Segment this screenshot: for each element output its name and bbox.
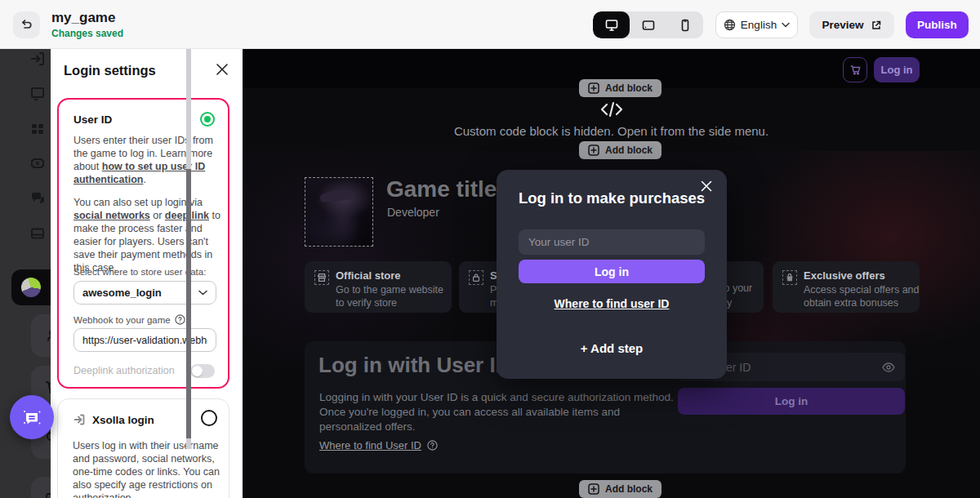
site-nav-login-button[interactable]: Log in: [874, 57, 920, 82]
mobile-icon: [678, 18, 693, 33]
store-user-data-value: awesome_login: [82, 287, 162, 299]
store-icon[interactable]: [314, 270, 329, 285]
code-icon: [599, 100, 624, 119]
sidebar-wallet-button[interactable]: [31, 477, 51, 498]
section-link-row: Where to find User ID: [319, 439, 438, 451]
site-cart-button[interactable]: [843, 57, 867, 82]
cart-icon: [44, 379, 51, 395]
project-logo-pie-icon: [21, 278, 41, 297]
site-preview-canvas: Log in Add block Custom code block is hi…: [243, 49, 980, 498]
close-icon[interactable]: [215, 62, 229, 77]
undo-button[interactable]: [13, 11, 40, 38]
tablet-icon: [641, 18, 656, 33]
feature-title: Exclusive offers: [804, 269, 885, 282]
user-id-description-1: Users enter their user IDs from the game…: [74, 134, 220, 186]
section-title: Log in with User ID: [318, 353, 510, 378]
xsolla-radio-unselected[interactable]: [201, 410, 217, 426]
social-networks-link[interactable]: social networks: [74, 210, 150, 221]
xsolla-login-title-row: Xsolla login: [73, 413, 154, 426]
panel-scrollbar-track[interactable]: [186, 37, 191, 449]
device-tablet-button[interactable]: [630, 11, 666, 38]
login-settings-panel: Login settings User ID Users enter their…: [51, 49, 243, 498]
language-selector[interactable]: English: [715, 11, 798, 38]
game-title: Game title: [386, 176, 497, 202]
user-icon: [44, 327, 51, 344]
user-id-description-2: You can also set up login via social net…: [74, 196, 220, 274]
ticket-icon[interactable]: [29, 155, 46, 171]
add-block-button-top[interactable]: Add block: [579, 79, 662, 97]
user-id-option-card[interactable]: User ID Users enter their user IDs from …: [57, 98, 229, 389]
feature-body: Access special offers and obtain extra b…: [804, 283, 926, 309]
xsolla-login-icon: [73, 413, 86, 426]
globe-icon: [724, 19, 736, 31]
cart-icon: [849, 64, 862, 76]
game-developer: Developer: [387, 206, 439, 219]
deeplink-label: Deeplink authorization: [74, 365, 175, 376]
device-mobile-button[interactable]: [666, 11, 703, 38]
feature-title: Official store: [336, 269, 400, 282]
chat-icon[interactable]: [29, 190, 46, 207]
webhook-label: Webhook to your game: [74, 315, 171, 325]
modal-link-row: Where to find user ID: [497, 297, 727, 310]
section-description: Logging in with your User ID is a quick …: [319, 390, 683, 434]
lock-icon[interactable]: [469, 270, 483, 285]
eye-icon[interactable]: [882, 362, 895, 372]
add-block-label: Add block: [605, 145, 653, 156]
panel-title: Login settings: [64, 63, 156, 78]
card-icon[interactable]: [29, 225, 46, 242]
preview-button[interactable]: Preview: [809, 11, 894, 38]
modal-user-id-input[interactable]: [519, 229, 705, 255]
modal-login-button[interactable]: Log in: [519, 260, 705, 283]
desktop-icon: [604, 18, 619, 33]
plus-square-icon: [588, 145, 599, 156]
feature-body: Go to the game website to verify store: [336, 283, 446, 309]
save-status: Changes saved: [51, 28, 123, 39]
external-link-icon: [871, 20, 882, 31]
topbar: my_game Changes saved: [0, 0, 980, 49]
chevron-down-icon: [782, 22, 790, 28]
add-block-label: Add block: [605, 82, 653, 94]
xsolla-description: Users log in with their username and pas…: [73, 439, 220, 498]
webhook-input[interactable]: [74, 328, 216, 352]
add-block-button-middle[interactable]: Add block: [579, 141, 662, 159]
add-block-label: Add block: [605, 483, 653, 495]
where-to-find-user-id-link[interactable]: Where to find User ID: [319, 439, 421, 451]
login-purchases-modal: Log in to make purchases Log in Where to…: [497, 170, 727, 379]
project-tile[interactable]: [11, 269, 51, 305]
webhook-label-row: Webhook to your game: [74, 314, 185, 325]
custom-code-hidden-message: Custom code block is hidden. Open it fro…: [243, 124, 980, 138]
help-question-icon[interactable]: [175, 314, 185, 325]
support-chat-icon: [20, 406, 43, 429]
game-cover-image[interactable]: [305, 177, 373, 247]
grid-icon[interactable]: [29, 121, 46, 137]
modal-title: Log in to make purchases: [497, 189, 727, 207]
section-login-button[interactable]: Log in: [678, 388, 905, 415]
support-chat-button[interactable]: [10, 395, 54, 439]
deeplink-toggle-off[interactable]: [190, 364, 215, 378]
plus-square-icon: [588, 483, 599, 495]
publish-label: Publish: [917, 19, 957, 31]
user-id-option-title: User ID: [74, 113, 112, 126]
sidebar-users-button[interactable]: [31, 314, 51, 357]
store-user-data-select[interactable]: awesome_login: [74, 281, 216, 305]
add-block-button-bottom[interactable]: Add block: [579, 480, 662, 498]
publish-button[interactable]: Publish: [906, 11, 969, 38]
site-builder-app: my_game Changes saved: [0, 0, 980, 498]
plus-square-icon: [588, 82, 599, 94]
where-to-find-user-id-link[interactable]: Where to find user ID: [555, 297, 670, 310]
blocks-icon[interactable]: [29, 86, 46, 102]
user-id-radio-selected[interactable]: [200, 112, 215, 127]
language-label: English: [741, 19, 777, 31]
xsolla-login-option-card[interactable]: Xsolla login Users log in with their use…: [57, 398, 229, 498]
panel-scrollbar-thumb[interactable]: [186, 169, 191, 438]
xsolla-login-title: Xsolla login: [92, 414, 154, 426]
device-desktop-button[interactable]: [593, 11, 630, 38]
device-preview-toggle: [593, 11, 703, 38]
wallet-icon: [44, 490, 51, 498]
preview-label: Preview: [822, 19, 863, 31]
login-icon[interactable]: [29, 51, 46, 67]
add-step-button[interactable]: + Add step: [497, 341, 727, 355]
gift-bag-icon[interactable]: [782, 270, 797, 285]
chevron-down-icon: [198, 290, 207, 296]
feature-card-official-store: Official store Go to the game website to…: [305, 261, 452, 313]
